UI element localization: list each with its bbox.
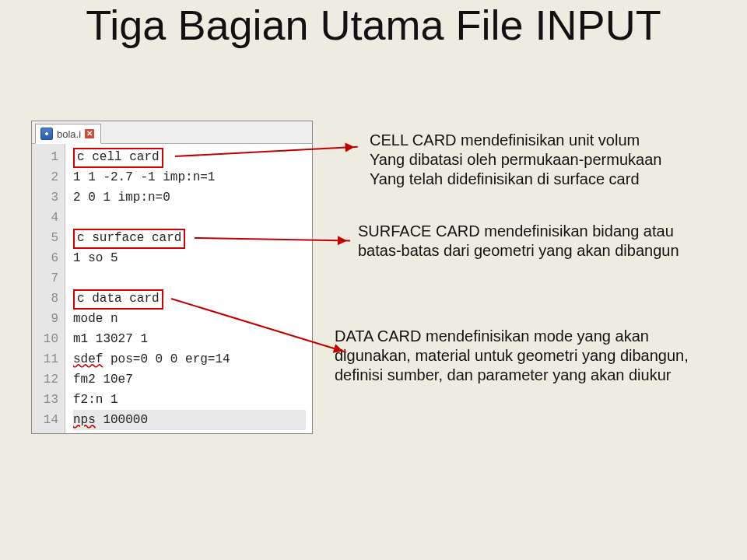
line-number: 4: [37, 208, 58, 228]
annotation-data-card: DATA CARD mendefinisikan mode yang akand…: [335, 327, 731, 385]
line-number: 1: [37, 147, 58, 167]
code-line: f2:n 1: [73, 390, 306, 410]
save-icon: [40, 128, 53, 140]
line-number: 7: [37, 268, 58, 289]
annotation-cell-card: CELL CARD mendefinisikan unit volumYang …: [370, 131, 720, 189]
code-text: 100000: [96, 413, 148, 427]
code-line: m1 13027 1: [73, 329, 306, 349]
highlighted-comment: c surface card: [73, 229, 185, 249]
code-line: c data card: [73, 289, 306, 309]
code-area: 1234567891011121314 c cell card1 1 -2.7 …: [32, 144, 312, 433]
code-line: nps 100000: [73, 410, 306, 430]
line-number: 6: [37, 248, 58, 268]
line-number: 13: [37, 390, 58, 410]
editor-tab[interactable]: bola.i ✕: [35, 124, 101, 144]
code-line: 2 0 1 imp:n=0: [73, 187, 306, 208]
code-line: [73, 208, 306, 228]
line-number: 14: [37, 410, 58, 430]
highlighted-comment: c data card: [73, 289, 163, 310]
line-number: 9: [37, 309, 58, 329]
code-line: 1 so 5: [73, 248, 306, 268]
line-number: 11: [37, 349, 58, 369]
editor-tabbar: bola.i ✕: [32, 121, 312, 144]
code-line: [73, 268, 306, 289]
line-number: 3: [37, 187, 58, 208]
spellcheck-underline: sdef: [73, 352, 103, 366]
code-line: mode n: [73, 309, 306, 329]
tab-filename-label: bola.i: [57, 128, 81, 140]
line-number: 5: [37, 228, 58, 248]
highlighted-comment: c cell card: [73, 148, 163, 168]
line-number: 10: [37, 329, 58, 349]
code-line: fm2 10e7: [73, 369, 306, 390]
close-icon[interactable]: ✕: [85, 129, 94, 138]
code-lines[interactable]: c cell card1 1 -2.7 -1 imp:n=12 0 1 imp:…: [65, 144, 312, 433]
code-editor-window: bola.i ✕ 1234567891011121314 c cell card…: [31, 121, 313, 434]
code-text: pos=0 0 0 erg=14: [103, 352, 230, 366]
line-number-gutter: 1234567891011121314: [32, 144, 65, 433]
annotation-surface-card: SURFACE CARD mendefinisikan bidang ataub…: [358, 222, 739, 261]
code-line: sdef pos=0 0 0 erg=14: [73, 349, 306, 369]
slide-title: Tiga Bagian Utama File INPUT: [0, 3, 747, 47]
line-number: 2: [37, 167, 58, 187]
code-line: 1 1 -2.7 -1 imp:n=1: [73, 167, 306, 187]
spellcheck-underline: nps: [73, 413, 96, 427]
line-number: 12: [37, 369, 58, 390]
line-number: 8: [37, 289, 58, 309]
